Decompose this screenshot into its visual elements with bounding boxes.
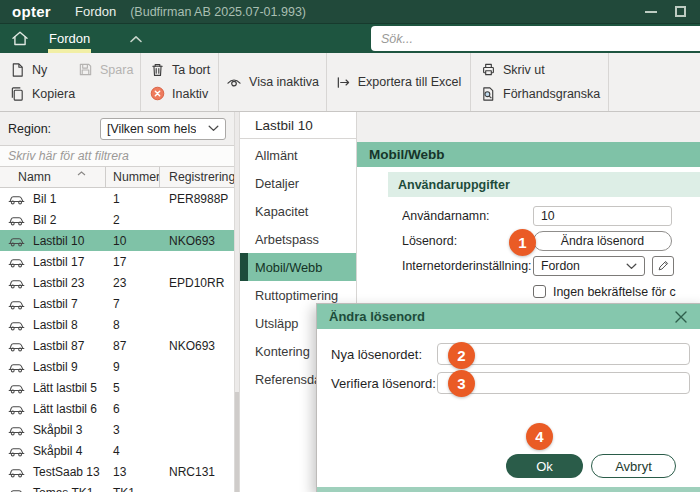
print-button[interactable]: Skriv ut	[481, 62, 545, 77]
no-confirmation-checkbox[interactable]	[533, 285, 546, 298]
dialog-bottom-strip	[317, 487, 700, 492]
printer-icon	[481, 62, 496, 77]
verify-password-label: Verifiera lösenord:	[331, 376, 437, 391]
vehicle-row[interactable]: Lastbil 10 10 NKO693	[0, 230, 234, 251]
username-row: Användarnamn:	[402, 206, 700, 226]
home-icon[interactable]	[11, 30, 29, 47]
inactive-button[interactable]: Inaktiv	[150, 86, 208, 101]
vehicle-number: 6	[106, 402, 160, 416]
inactive-circle-x-icon	[150, 86, 165, 101]
confirmation-checkbox-row: Ingen bekräftelse för c	[533, 284, 700, 299]
maximize-icon[interactable]	[675, 6, 686, 17]
column-header-registration[interactable]: Registrerings	[160, 167, 234, 187]
settings-menu-item[interactable]: Arbetspass	[240, 225, 356, 253]
delete-button[interactable]: Ta bort	[150, 62, 210, 78]
column-header-name[interactable]: Namn	[0, 167, 106, 187]
settings-menu-item[interactable]: Allmänt	[240, 141, 356, 169]
vehicle-row[interactable]: TestSaab 13 13 NRC131	[0, 461, 234, 482]
vehicle-number: 13	[106, 465, 160, 479]
internet-order-dropdown[interactable]: Fordon	[533, 256, 645, 276]
export-excel-button[interactable]: Exportera till Excel	[336, 75, 462, 90]
toolbar-group-print: Skriv ut Förhandsgranska	[471, 53, 608, 111]
search-input[interactable]	[371, 26, 700, 51]
vehicle-number: 4	[106, 444, 160, 458]
dialog-body: Nya lösenordet: Verifiera lösenord:	[317, 329, 700, 394]
vehicle-row[interactable]: Lastbil 17 17	[0, 251, 234, 272]
car-icon	[8, 297, 25, 310]
export-arrow-icon	[336, 75, 351, 90]
chevron-up-icon[interactable]	[129, 35, 143, 43]
region-dropdown-value: [Vilken som hels	[107, 122, 196, 136]
toolbar-group-view: Visa inaktiva	[219, 53, 326, 111]
region-label: Region:	[8, 122, 51, 136]
edit-button[interactable]	[652, 256, 674, 276]
new-password-label: Nya lösenordet:	[331, 347, 437, 362]
user-info-fields: Användarnamn: Lösenord: Ändra lösenord I…	[402, 206, 700, 299]
vehicle-row[interactable]: Lastbil 87 87 NKO693	[0, 335, 234, 356]
detail-top-band	[357, 112, 700, 142]
vehicle-number: TK1	[106, 486, 160, 492]
detail-header: Mobil/Webb	[357, 142, 700, 167]
vehicle-row[interactable]: Skåpbil 3 3	[0, 419, 234, 440]
username-label: Användarnamn:	[402, 209, 533, 223]
settings-menu-item-label: Mobil/Webb	[255, 260, 322, 275]
car-icon	[8, 234, 25, 247]
change-password-dialog: Ändra lösenord Nya lösenordet: Verifiera…	[316, 303, 700, 492]
vehicle-name: Lastbil 23	[33, 276, 84, 290]
ok-button[interactable]: Ok	[506, 454, 583, 478]
detail-title: Lastbil 10	[240, 112, 356, 139]
cancel-button[interactable]: Avbryt	[591, 454, 676, 478]
version-text: (Budfirman AB 2025.07-01.993)	[130, 5, 306, 19]
preview-button[interactable]: Förhandsgranska	[481, 86, 600, 102]
preview-magnifier-icon	[481, 86, 496, 102]
column-header-number[interactable]: Nummer	[106, 167, 160, 187]
vehicle-row[interactable]: Lastbil 9 9	[0, 356, 234, 377]
vehicle-name: TestSaab 13	[33, 465, 100, 479]
settings-menu-item-label: Detaljer	[255, 176, 299, 191]
settings-menu-item-label: Ruttoptimering	[255, 288, 338, 303]
vehicle-row[interactable]: Bil 2 2	[0, 209, 234, 230]
settings-menu-item[interactable]: Detaljer	[240, 169, 356, 197]
username-input[interactable]	[533, 206, 672, 226]
vehicle-row[interactable]: Bil 1 1 PER8988P	[0, 188, 234, 209]
vehicle-row[interactable]: Lastbil 7 7	[0, 293, 234, 314]
vehicle-row[interactable]: Lätt lastbil 6 6	[0, 398, 234, 419]
settings-menu-item[interactable]: Kapacitet	[240, 197, 356, 225]
chevron-down-icon	[208, 125, 219, 132]
vehicle-name: Bil 2	[33, 213, 56, 227]
filter-input[interactable]	[0, 145, 234, 167]
vehicle-name: Bil 1	[33, 192, 56, 206]
vehicle-row[interactable]: Lätt lastbil 5 5	[0, 377, 234, 398]
password-row: Lösenord: Ändra lösenord	[402, 231, 700, 251]
copy-button[interactable]: Kopiera	[10, 86, 75, 102]
minimize-icon[interactable]	[645, 11, 657, 13]
vehicle-row[interactable]: Lastbil 23 23 EPD10RR	[0, 272, 234, 293]
close-icon[interactable]	[675, 311, 687, 323]
vehicle-name: Lastbil 10	[33, 234, 84, 248]
vehicle-number: 17	[106, 255, 160, 269]
car-icon	[8, 465, 25, 478]
change-password-button[interactable]: Ändra lösenord	[533, 231, 672, 251]
tab-fordon[interactable]: Fordon	[48, 24, 91, 53]
show-inactive-button[interactable]: Visa inaktiva	[226, 75, 319, 89]
opter-app-window: opter Fordon (Budfirman AB 2025.07-01.99…	[0, 0, 700, 492]
vehicle-row[interactable]: Tomas TK1 TK1	[0, 482, 234, 492]
vehicle-name: Tomas TK1	[33, 486, 93, 492]
section-header-user-info: Användaruppgifter	[388, 172, 700, 197]
internet-order-label: Internetorderinställning:	[402, 259, 533, 273]
car-icon	[8, 318, 25, 331]
settings-menu-item-label: Utsläpp	[255, 316, 298, 331]
new-button[interactable]: Ny	[10, 62, 47, 78]
region-dropdown[interactable]: [Vilken som hels	[100, 118, 226, 140]
settings-menu-item[interactable]: Mobil/Webb	[240, 253, 356, 281]
dialog-header: Ändra lösenord	[317, 304, 700, 329]
car-icon	[8, 360, 25, 373]
vehicle-number: 5	[106, 381, 160, 395]
trash-icon	[150, 62, 165, 78]
scrollbar-thumb[interactable]	[235, 392, 239, 492]
vehicle-row[interactable]: Skåpbil 4 4	[0, 440, 234, 461]
save-button[interactable]: Spara	[78, 62, 133, 77]
vehicle-row[interactable]: Lastbil 8 8	[0, 314, 234, 335]
vehicle-number: 87	[106, 339, 160, 353]
annotation-badge-4: 4	[526, 423, 553, 450]
